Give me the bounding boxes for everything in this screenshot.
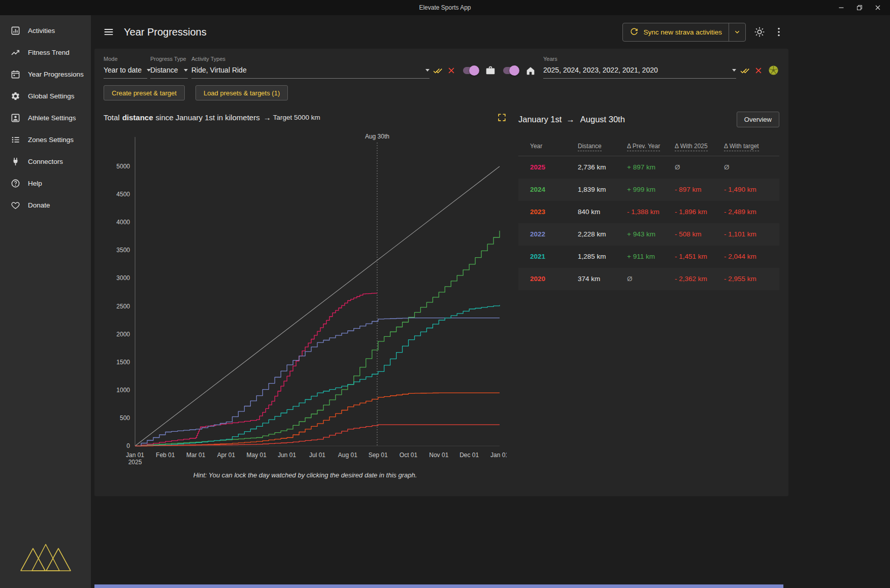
svg-text:Jun 01: Jun 01 bbox=[278, 452, 296, 459]
svg-text:Jan 01: Jan 01 bbox=[490, 452, 507, 459]
maximize-button[interactable] bbox=[850, 0, 869, 15]
sidebar-item-help[interactable]: Help bbox=[0, 172, 91, 194]
dropdown-caret-icon bbox=[732, 69, 736, 72]
title-bar: Elevate Sports App bbox=[0, 0, 890, 15]
clear-years-button[interactable] bbox=[754, 66, 763, 75]
arrow-icon: → bbox=[263, 113, 271, 122]
svg-text:Nov 01: Nov 01 bbox=[429, 452, 448, 459]
chart-target-label: Target 5000 km bbox=[273, 114, 320, 121]
delta-with-2025-cell: - 1,451 km bbox=[672, 246, 721, 268]
sidebar-item-label: Zones Settings bbox=[28, 136, 74, 144]
year-cell: 2021 bbox=[518, 246, 575, 268]
sidebar-item-global-settings[interactable]: Global Settings bbox=[0, 85, 91, 107]
activity-types-filter: Activity Types Ride, Virtual Ride bbox=[191, 56, 430, 79]
delta-prev-year-cell: + 999 km bbox=[624, 179, 672, 201]
sidebar-item-label: Help bbox=[28, 180, 42, 187]
column-header: Δ With 2025 bbox=[672, 140, 721, 156]
activity-types-filter-label: Activity Types bbox=[191, 56, 430, 62]
svg-text:Jul 01: Jul 01 bbox=[309, 452, 325, 459]
progress-type-filter-select[interactable]: Distance bbox=[150, 66, 188, 79]
minimize-button[interactable] bbox=[832, 0, 850, 15]
more-options-button[interactable] bbox=[773, 26, 784, 38]
years-filter: Years 2025, 2024, 2023, 2022, 2021, 2020 bbox=[543, 56, 736, 79]
sidebar-item-athlete-settings[interactable]: Athlete Settings bbox=[0, 107, 91, 129]
menu-hamburger-icon[interactable] bbox=[103, 26, 114, 38]
summary-date-from: January 1st bbox=[518, 115, 562, 124]
svg-text:4000: 4000 bbox=[116, 219, 130, 226]
year-progressions-chart[interactable]: 0500100015002000250030003500400045005000… bbox=[104, 125, 507, 468]
activity-types-filter-value: Ride, Virtual Ride bbox=[191, 66, 247, 74]
distance-cell: 2,736 km bbox=[575, 156, 624, 179]
distance-cell: 374 km bbox=[575, 268, 624, 290]
load-presets-button[interactable]: Load presets & targets (1) bbox=[195, 85, 288, 100]
sidebar-item-donate[interactable]: Donate bbox=[0, 194, 91, 216]
fitness-trend-icon bbox=[11, 48, 20, 57]
activity-types-filter-select[interactable]: Ride, Virtual Ride bbox=[191, 66, 430, 79]
summary-header: January 1st → August 30th Overview bbox=[518, 111, 779, 127]
delta-with-target-cell: - 2,955 km bbox=[721, 268, 779, 290]
horizontal-scrollbar[interactable] bbox=[94, 584, 783, 588]
column-header: Distance bbox=[575, 140, 624, 156]
sync-strava-label: Sync new strava activities bbox=[643, 28, 722, 36]
select-all-activity-types-button[interactable] bbox=[433, 66, 442, 75]
years-filter-select[interactable]: 2025, 2024, 2023, 2022, 2021, 2020 bbox=[543, 66, 736, 79]
svg-text:Aug 01: Aug 01 bbox=[338, 452, 357, 459]
commute-rides-toggle[interactable] bbox=[462, 65, 479, 76]
indoor-rides-toggle[interactable] bbox=[502, 65, 519, 76]
sidebar-item-year-progressions[interactable]: Year Progressions bbox=[0, 63, 91, 85]
chart-title: Total distance since January 1st in kilo… bbox=[104, 111, 507, 123]
sport-ball-icon bbox=[768, 64, 779, 76]
close-icon bbox=[875, 5, 881, 11]
table-row-2024: 20241,839 km+ 999 km- 897 km- 1,490 km bbox=[518, 179, 779, 201]
sync-split-button: Sync new strava activities bbox=[622, 23, 746, 42]
sync-options-dropdown[interactable] bbox=[729, 23, 745, 41]
home-icon[interactable] bbox=[525, 65, 536, 76]
sidebar-item-fitness-trend[interactable]: Fitness Trend bbox=[0, 42, 91, 63]
table-row-2025: 20252,736 km+ 897 kmØØ bbox=[518, 156, 779, 179]
close-button[interactable] bbox=[869, 0, 887, 15]
distance-cell: 2,228 km bbox=[575, 223, 624, 246]
sidebar-item-connectors[interactable]: Connectors bbox=[0, 151, 91, 172]
refresh-icon bbox=[630, 27, 639, 37]
expand-chart-button[interactable] bbox=[497, 113, 507, 122]
filters-bar: Mode Year to date Progress Type Distance… bbox=[104, 56, 779, 79]
heart-icon bbox=[11, 200, 20, 210]
svg-text:Sep 01: Sep 01 bbox=[369, 452, 388, 459]
select-all-years-button[interactable] bbox=[740, 66, 749, 75]
overview-button[interactable]: Overview bbox=[737, 112, 779, 127]
svg-text:Feb 01: Feb 01 bbox=[156, 452, 175, 459]
chart-column: Total distance since January 1st in kilo… bbox=[104, 111, 507, 479]
delta-prev-year-cell: + 943 km bbox=[624, 223, 672, 246]
clear-activity-types-button[interactable] bbox=[447, 66, 456, 75]
activities-icon bbox=[11, 26, 20, 36]
delta-with-2025-cell: - 897 km bbox=[672, 179, 721, 201]
brightness-toggle-button[interactable] bbox=[754, 26, 765, 38]
svg-text:1500: 1500 bbox=[116, 359, 130, 366]
sidebar-item-label: Connectors bbox=[28, 158, 63, 165]
zones-icon bbox=[11, 135, 20, 145]
year-progressions-panel: Mode Year to date Progress Type Distance… bbox=[94, 49, 788, 496]
sidebar-item-zones-settings[interactable]: Zones Settings bbox=[0, 129, 91, 151]
briefcase-icon[interactable] bbox=[485, 65, 496, 76]
svg-text:3500: 3500 bbox=[116, 247, 130, 254]
sidebar-item-activities[interactable]: Activities bbox=[0, 20, 91, 42]
distance-cell: 1,839 km bbox=[575, 179, 624, 201]
svg-text:0: 0 bbox=[126, 442, 130, 449]
delta-with-target-cell: - 1,490 km bbox=[721, 179, 779, 201]
summary-date-range: January 1st → August 30th bbox=[518, 115, 625, 124]
table-row-2022: 20222,228 km+ 943 km- 508 km- 1,101 km bbox=[518, 223, 779, 246]
svg-text:Jan 01: Jan 01 bbox=[126, 452, 144, 459]
mode-filter-select[interactable]: Year to date bbox=[104, 66, 147, 79]
years-filter-actions bbox=[740, 64, 779, 76]
sidebar-item-label: Global Settings bbox=[28, 92, 75, 100]
year-cell: 2020 bbox=[518, 268, 575, 290]
sync-strava-button[interactable]: Sync new strava activities bbox=[623, 23, 729, 41]
main-area: Year Progressions Sync new strava activi… bbox=[91, 15, 890, 588]
sidebar-item-label: Year Progressions bbox=[28, 71, 84, 78]
delta-with-2025-cell: Ø bbox=[672, 156, 721, 179]
progress-type-filter-value: Distance bbox=[150, 66, 178, 74]
series-2025 bbox=[135, 293, 377, 446]
years-filter-value: 2025, 2024, 2023, 2022, 2021, 2020 bbox=[543, 66, 658, 74]
delta-with-target-cell: Ø bbox=[721, 156, 779, 179]
create-preset-button[interactable]: Create preset & target bbox=[104, 85, 185, 100]
